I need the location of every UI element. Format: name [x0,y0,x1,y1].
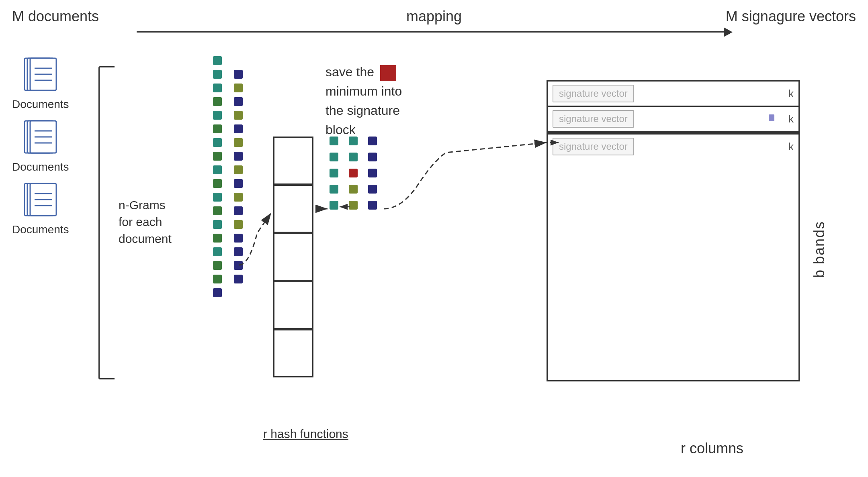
result-dot [368,201,377,210]
result-row-5 [330,201,377,210]
result-dot [368,169,377,177]
result-dot-red [349,169,358,177]
documents-column: Documents Documents Documents [12,56,69,236]
document-item-3: Documents [12,181,69,236]
signature-vector-2: signature vector [553,110,634,128]
dots-to-hash-arrow [239,213,271,265]
mapping-arrow-line [137,31,731,33]
result-row-3 [330,169,377,177]
save-text-line3: the signature [326,103,400,118]
signature-vector-1: signature vector [553,85,634,102]
b-bands-label: b bands [811,221,828,278]
hash-box-2 [273,185,313,233]
save-text-line4: block [326,122,356,137]
result-to-grid-arrow [384,143,547,209]
result-row-2 [330,153,377,161]
ngrams-label: n-Gramsfor eachdocument [119,197,172,247]
sig-grid-row-2: signature vector k [548,107,798,132]
docs-bracket [98,66,115,379]
sig-k-1: k [788,88,794,100]
result-dot [349,201,358,210]
document-icon-2 [23,119,59,159]
sig-grid-row-5: signature vector k [548,135,798,159]
m-sig-label: M signagure vectors [726,8,856,25]
document-item-2: Documents [12,119,69,173]
sig-grid-cell-sig1: signature vector k [548,82,798,106]
document-label-3: Documents [12,223,69,236]
document-icon-3 [23,181,59,222]
document-item-1: Documents [12,56,69,111]
mapping-arrowhead [724,27,733,37]
save-text-line2: minimum into [326,84,402,98]
result-dot [330,169,338,177]
sig-grid-cell-sig2: signature vector k [548,107,798,131]
save-label: save the minimum into the signature bloc… [326,62,402,139]
sig-grid-cell-sig3: signature vector k [548,135,798,159]
r-columns-label: r columns [681,440,743,457]
result-row-4 [330,185,377,194]
signature-vector-3: signature vector [553,138,634,155]
hash-function-boxes [273,137,313,377]
result-dot [368,185,377,194]
hash-box-3 [273,233,313,281]
sig-k-3: k [788,141,794,153]
result-dot [368,153,377,161]
result-dot [349,185,358,194]
result-dot [330,153,338,161]
hash-box-4 [273,281,313,329]
document-icon-1 [23,56,59,96]
save-text-line1: save the [326,65,374,79]
sig-grid-row-1: signature vector k [548,82,798,107]
result-dots [330,137,377,210]
signature-grid: signature vector k signature vector k si… [547,80,800,381]
result-dot [349,153,358,161]
r-hash-label: r hash functions [263,427,348,441]
grid-dot-2 [769,116,774,121]
result-dot [330,185,338,194]
sig-k-2: k [788,113,794,125]
result-dot [330,201,338,210]
m-docs-label: M documents [12,8,99,25]
hash-box-5 [273,329,313,377]
document-label-1: Documents [12,98,69,111]
ngrams-dots [213,56,243,302]
document-label-2: Documents [12,161,69,173]
mapping-label: mapping [406,8,462,25]
hash-box-1 [273,137,313,185]
red-square [380,65,396,81]
